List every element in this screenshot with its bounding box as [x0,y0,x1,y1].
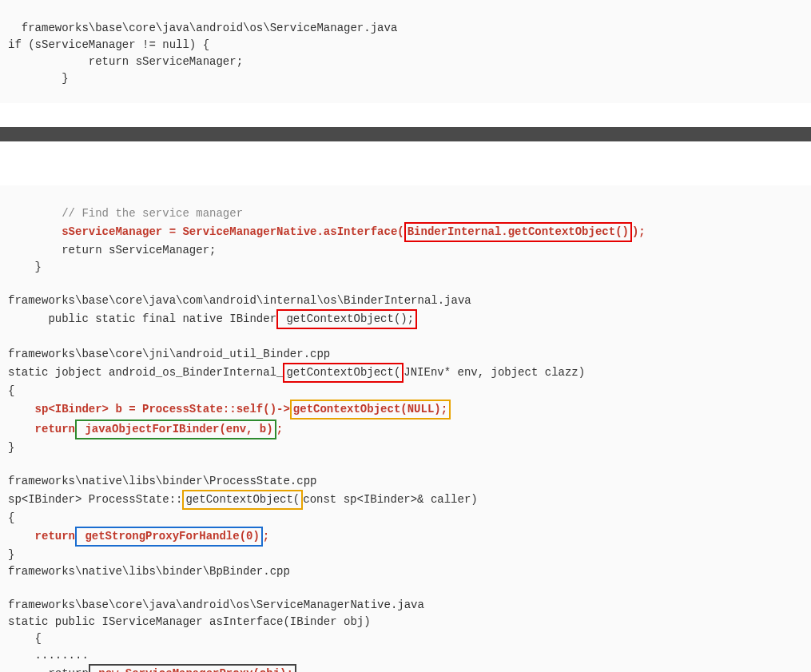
code-line: sServiceManager = ServiceManagerNative.a… [8,222,803,242]
highlight-red: BinderInternal.getContextObject() [404,222,632,242]
code-line: return getStrongProxyForHandle(0); [8,527,803,547]
code-text: sServiceManager = ServiceManagerNative.a… [8,225,404,238]
blank-line [8,456,803,473]
blank-line [8,276,803,292]
code-text: const sp<IBinder>& caller) [303,493,477,506]
code-line: } [8,70,803,87]
code-text: return [8,423,75,435]
code-line: } [8,547,803,563]
code-line: frameworks\base\core\java\android\os\Ser… [8,20,803,37]
code-text: JNIEnv* env, jobject clazz) [404,366,585,379]
code-line: if (sServiceManager != null) { [8,37,803,54]
highlight-green: javaObjectForIBinder(env, b) [75,420,276,439]
highlight-orange: getContextObject(NULL); [290,400,451,420]
highlight-gray: new ServiceManagerProxy(obj); [89,664,296,672]
code-text: static jobject android_os_BinderInternal… [8,366,283,379]
blank-line [8,580,803,597]
code-block-1: frameworks\base\core\java\android\os\Ser… [0,0,811,103]
code-text: ; [263,530,269,543]
code-line: static jobject android_os_BinderInternal… [8,363,803,383]
highlight-red: getContextObject(); [276,309,417,329]
code-block-2: // Find the service manager sServiceMana… [0,185,811,672]
code-line: { [8,510,803,527]
code-text: sp<IBinder> b = ProcessState::self()-> [8,403,290,416]
code-text: return [8,530,75,543]
code-line: static public IServiceManager asInterfac… [8,614,803,630]
code-text: ; [276,423,283,435]
code-line: { [8,630,803,647]
code-line: { [8,383,803,400]
highlight-blue: getStrongProxyForHandle(0) [75,527,263,547]
code-line: frameworks\base\core\java\com\android\in… [8,292,803,309]
code-line: frameworks\base\core\jni\android_util_Bi… [8,346,803,363]
code-line: return sServiceManager; [8,242,803,259]
code-line: return new ServiceManagerProxy(obj); [8,664,803,672]
code-line: frameworks\native\libs\binder\BpBinder.c… [8,563,803,580]
highlight-red: getContextObject( [283,363,404,383]
code-comment: // Find the service manager [8,205,803,222]
code-line: frameworks\base\core\java\android\os\Ser… [8,597,803,614]
code-line: } [8,259,803,276]
code-line: return sServiceManager; [8,54,803,70]
code-line: } [8,439,803,456]
code-text: sp<IBinder> ProcessState:: [8,493,182,506]
code-line: sp<IBinder> ProcessState::getContextObje… [8,490,803,510]
code-line: ........ [8,647,803,664]
highlight-orange: getContextObject( [182,490,303,510]
code-text: return [8,667,89,672]
code-line: return javaObjectForIBinder(env, b); [8,420,803,439]
code-line: sp<IBinder> b = ProcessState::self()->ge… [8,400,803,420]
blank-line [8,329,803,346]
code-text: public static final native IBinder [8,312,276,325]
code-line: public static final native IBinder getCo… [8,309,803,329]
code-line: frameworks\native\libs\binder\ProcessSta… [8,473,803,490]
divider-bar [0,127,811,141]
code-text: ); [632,225,646,238]
